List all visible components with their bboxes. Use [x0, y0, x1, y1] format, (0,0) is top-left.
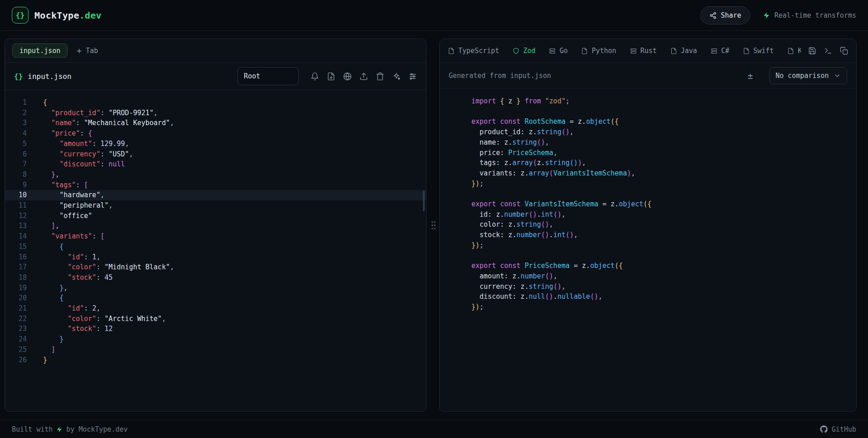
upload-button[interactable]: [359, 72, 368, 81]
panel-resizer[interactable]: [427, 39, 439, 420]
tab-go[interactable]: Go: [549, 47, 567, 55]
code-line[interactable]: 17 "color": "Midnight Black",: [5, 262, 426, 273]
new-tab-button[interactable]: + Tab: [77, 47, 98, 55]
trash-button[interactable]: [376, 72, 384, 81]
code-line[interactable]: 15 {: [5, 242, 426, 252]
code-line[interactable]: 2 "product_id": "PROD-9921",: [5, 108, 426, 118]
code-line[interactable]: 20 {: [5, 293, 426, 303]
line-number: 9: [5, 180, 27, 190]
code-line[interactable]: 3 "name": "Mechanical Keyboard",: [5, 118, 426, 128]
code-line[interactable]: 25 ]: [5, 345, 426, 355]
code-line[interactable]: 18 "stock": 45: [5, 273, 426, 283]
globe-button[interactable]: [343, 72, 352, 81]
line-number: 15: [5, 242, 27, 252]
root-name-input[interactable]: [238, 67, 299, 85]
code-line[interactable]: 12 "office": [5, 211, 426, 221]
tab-python[interactable]: Python: [581, 47, 616, 55]
copy-button[interactable]: [840, 47, 848, 55]
tab-label: Swift: [753, 47, 774, 55]
code-line[interactable]: 5 "amount": 129.99,: [5, 139, 426, 149]
code-line[interactable]: 22 "color": "Arctic White",: [5, 314, 426, 324]
line-number: 2: [5, 108, 27, 118]
tab-rust[interactable]: Rust: [630, 47, 657, 55]
tab-label: Python: [592, 47, 616, 55]
compare-button[interactable]: ±: [748, 72, 753, 80]
json-editor[interactable]: 1{2 "product_id": "PROD-9921",3 "name": …: [5, 90, 426, 411]
tab-c[interactable]: C#: [711, 47, 729, 55]
tab-java[interactable]: Java: [670, 47, 697, 55]
code-line: product_id: z.string(),: [455, 127, 856, 137]
tab-input-json[interactable]: input.json: [12, 44, 68, 58]
share-button[interactable]: Share: [700, 6, 750, 24]
line-content: "price": {: [43, 128, 92, 139]
sparkles-button[interactable]: [392, 72, 401, 81]
terminal-button[interactable]: [824, 47, 832, 55]
line-content: variants: z.array(VariantsItemSchema),: [471, 169, 635, 177]
code-line[interactable]: 11 "peripheral",: [5, 200, 426, 211]
file-icon: [787, 48, 794, 54]
lang-tabs: TypeScriptZodGoPythonRustJavaC#SwiftKotl…: [448, 47, 801, 55]
line-content: [471, 190, 475, 198]
code-line[interactable]: 14 "variants": [: [5, 231, 426, 242]
line-number: 8: [5, 170, 27, 180]
file-export-button[interactable]: [327, 72, 335, 81]
code-line[interactable]: 10 "hardware",: [5, 190, 426, 200]
line-content: });: [471, 241, 484, 249]
code-line[interactable]: 9 "tags": [: [5, 180, 426, 190]
code-line[interactable]: 8 },: [5, 170, 426, 180]
line-content: "tags": [: [43, 180, 88, 190]
editor-scrollbar[interactable]: [423, 190, 425, 211]
line-number: 14: [5, 231, 27, 242]
code-line: export const PriceSchema = z.object({: [455, 261, 856, 271]
editor-code: 1{2 "product_id": "PROD-9921",3 "name": …: [5, 97, 426, 365]
tab-zod[interactable]: Zod: [513, 47, 535, 55]
file-tab-label: input.json: [19, 47, 60, 55]
code-line[interactable]: 24 }: [5, 334, 426, 345]
github-link[interactable]: GitHub: [820, 425, 856, 433]
tab-swift[interactable]: Swift: [743, 47, 774, 55]
line-content: "stock": 12: [43, 324, 113, 334]
save-button[interactable]: [808, 47, 816, 55]
code-line[interactable]: 6 "currency": "USD",: [5, 149, 426, 160]
tab-typescript[interactable]: TypeScript: [448, 47, 499, 55]
code-line: variants: z.array(VariantsItemSchema),: [455, 168, 856, 179]
code-line[interactable]: 16 "id": 1,: [5, 252, 426, 263]
copy-icon: [840, 47, 848, 55]
code-line: price: PriceSchema,: [455, 148, 856, 158]
bell-button[interactable]: [310, 72, 319, 81]
braces-icon: {}: [14, 72, 23, 81]
code-line[interactable]: 26}: [5, 355, 426, 365]
line-content: [471, 252, 475, 260]
file-icon: [670, 48, 677, 54]
tab-label: Zod: [523, 47, 535, 55]
server-icon: [630, 48, 637, 54]
code-line[interactable]: 4 "price": {: [5, 128, 426, 139]
logo[interactable]: {}: [12, 7, 29, 24]
comparison-select[interactable]: No comparison: [769, 67, 847, 84]
code-line: [455, 251, 856, 261]
code-line[interactable]: 7 "discount": null: [5, 159, 426, 170]
line-number: 10: [5, 190, 27, 200]
comparison-value: No comparison: [776, 72, 829, 80]
code-line[interactable]: 1{: [5, 97, 426, 108]
code-line[interactable]: 21 "id": 2,: [5, 303, 426, 314]
code-line[interactable]: 19 },: [5, 283, 426, 293]
line-number: 19: [5, 283, 27, 293]
line-content: {: [43, 293, 63, 303]
tab-kotlin[interactable]: Kotlin: [787, 47, 801, 55]
lightning-bolt-icon: [56, 426, 63, 433]
code-line: import { z } from "zod";: [455, 96, 856, 107]
output-subheader: Generated from input.json ± No compariso…: [440, 63, 856, 89]
code-line[interactable]: 13 ],: [5, 221, 426, 231]
output-panel: TypeScriptZodGoPythonRustJavaC#SwiftKotl…: [439, 39, 857, 412]
line-content: export const PriceSchema = z.object({: [471, 262, 623, 270]
line-content: name: z.string(),: [471, 138, 549, 146]
code-line: tags: z.array(z.string()),: [455, 158, 856, 168]
line-number: 3: [5, 118, 27, 128]
brand: {} MockType.dev: [12, 7, 102, 24]
sliders-button[interactable]: [408, 72, 417, 81]
line-content: {: [43, 97, 47, 108]
code-line: export const RootSchema = z.object({: [455, 117, 856, 127]
code-line[interactable]: 23 "stock": 12: [5, 324, 426, 334]
line-content: "product_id": "PROD-9921",: [43, 108, 158, 118]
